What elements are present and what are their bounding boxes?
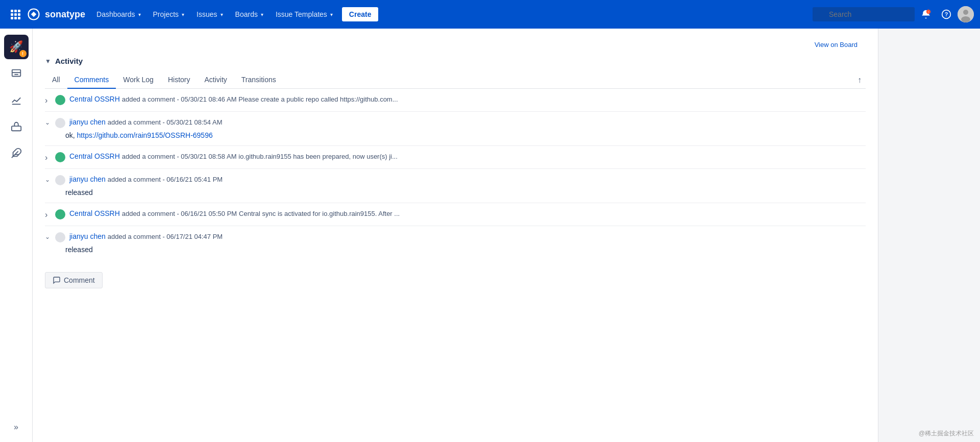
svg-rect-0 <box>11 10 13 12</box>
svg-point-15 <box>961 16 970 22</box>
comment-meta: added a comment - 06/16/21 05:50 PM <box>122 210 237 217</box>
svg-rect-4 <box>14 13 17 16</box>
comment-avatar <box>55 95 65 105</box>
comment-entry: › Central OSSRH added a comment - 05/30/… <box>45 146 866 169</box>
dashboards-dropdown-icon: ▾ <box>138 12 141 17</box>
svg-rect-2 <box>18 10 20 12</box>
layout: 🚀 ! <box>0 29 980 442</box>
comment-header: › Central OSSRH added a comment - 06/16/… <box>45 209 866 219</box>
view-on-board-link[interactable]: View on Board <box>815 41 857 48</box>
comment-preview: io.github.rain9155 has been prepared, no… <box>238 153 397 160</box>
nav-dashboards[interactable]: Dashboards ▾ <box>91 7 146 21</box>
comment-expand-btn[interactable]: ⌄ <box>45 233 51 240</box>
comment-entry: ⌄ jianyu chen added a comment - 06/17/21… <box>45 226 866 260</box>
comment-author[interactable]: jianyu chen <box>69 118 106 126</box>
projects-dropdown-icon: ▾ <box>182 12 184 17</box>
comment-body: released <box>65 188 866 197</box>
comment-expand-btn[interactable]: ⌄ <box>45 176 51 183</box>
sidebar-item-toolbox[interactable] <box>4 114 29 139</box>
activity-header: ▼ Activity <box>45 57 866 65</box>
search-input[interactable] <box>813 7 915 21</box>
comment-header: ⌄ jianyu chen added a comment - 06/17/21… <box>45 232 866 242</box>
tab-transitions[interactable]: Transitions <box>234 71 283 89</box>
issues-dropdown-icon: ▾ <box>220 12 223 17</box>
comment-expand-btn[interactable]: › <box>45 153 51 162</box>
topnav: sonatype Dashboards ▾ Projects ▾ Issues … <box>0 0 980 29</box>
comment-author[interactable]: Central OSSRH <box>69 209 120 217</box>
comment-button-label: Comment <box>64 276 95 284</box>
svg-rect-7 <box>14 17 17 19</box>
tab-activity[interactable]: Activity <box>197 71 234 89</box>
comment-avatar <box>55 232 65 242</box>
nav-projects[interactable]: Projects ▾ <box>148 7 190 21</box>
comment-meta: added a comment - 06/17/21 04:47 PM <box>108 233 223 240</box>
comment-header: ⌄ jianyu chen added a comment - 06/16/21… <box>45 175 866 185</box>
svg-rect-18 <box>11 126 20 131</box>
comment-avatar <box>55 209 65 219</box>
logo[interactable]: sonatype <box>27 7 85 21</box>
comment-author[interactable]: Central OSSRH <box>69 95 120 103</box>
comment-expand-btn[interactable]: › <box>45 96 51 105</box>
create-button[interactable]: Create <box>342 7 379 21</box>
notifications-button[interactable]: ! <box>917 5 935 23</box>
watermark: @稀土掘金技术社区 <box>919 429 974 438</box>
comment-entry: › Central OSSRH added a comment - 05/30/… <box>45 89 866 112</box>
svg-rect-6 <box>11 17 13 19</box>
comments-list: › Central OSSRH added a comment - 05/30/… <box>45 89 866 260</box>
rocket-badge: ! <box>19 50 27 57</box>
sidebar-item-inbox[interactable] <box>4 61 29 86</box>
comment-avatar <box>55 152 65 162</box>
nav-issue-templates[interactable]: Issue Templates ▾ <box>271 7 338 21</box>
tab-all[interactable]: All <box>45 71 67 89</box>
activity-toggle-icon[interactable]: ▼ <box>45 58 51 65</box>
comment-expand-btn[interactable]: › <box>45 210 51 219</box>
grid-icon[interactable] <box>6 5 24 23</box>
issue-templates-dropdown-icon: ▾ <box>330 12 333 17</box>
comment-preview: Please create a public repo called https… <box>238 95 398 103</box>
comment-body: ok, https://github.com/rain9155/OSSRH-69… <box>65 131 866 139</box>
comment-meta: added a comment - 05/30/21 08:58 AM <box>122 153 237 160</box>
sidebar-expand-button[interactable]: » <box>10 419 22 436</box>
user-avatar[interactable] <box>958 6 974 22</box>
svg-point-22 <box>56 119 64 127</box>
sidebar-item-rocket[interactable]: 🚀 ! <box>4 35 29 59</box>
comment-body: released <box>65 245 866 254</box>
boards-dropdown-icon: ▾ <box>261 12 263 17</box>
main-content: View on Board ▼ Activity All Comments Wo… <box>33 29 878 442</box>
comment-header: › Central OSSRH added a comment - 05/30/… <box>45 95 866 105</box>
sort-icon[interactable]: ↑ <box>853 73 866 87</box>
comment-author[interactable]: jianyu chen <box>69 232 106 240</box>
comment-author[interactable]: Central OSSRH <box>69 152 120 160</box>
svg-point-24 <box>56 176 64 184</box>
comment-button[interactable]: Comment <box>45 272 103 288</box>
svg-rect-8 <box>18 17 20 19</box>
svg-point-21 <box>56 96 64 104</box>
nav-issues[interactable]: Issues ▾ <box>191 7 228 21</box>
comment-entry: ⌄ jianyu chen added a comment - 06/16/21… <box>45 169 866 203</box>
search-wrapper: 🔍 <box>813 7 915 21</box>
svg-point-14 <box>963 10 968 15</box>
comment-expand-btn[interactable]: ⌄ <box>45 119 51 126</box>
activity-tabs: All Comments Work Log History Activity T… <box>45 71 866 89</box>
comment-entry: › Central OSSRH added a comment - 06/16/… <box>45 203 866 226</box>
comment-entry: ⌄ jianyu chen added a comment - 05/30/21… <box>45 112 866 146</box>
right-panel <box>878 29 980 442</box>
comment-header: ⌄ jianyu chen added a comment - 05/30/21… <box>45 118 866 128</box>
tab-comments[interactable]: Comments <box>67 71 116 89</box>
svg-rect-16 <box>12 70 20 77</box>
comment-link[interactable]: https://github.com/rain9155/OSSRH-69596 <box>77 131 213 139</box>
comment-avatar <box>55 118 65 128</box>
sidebar-item-puzzle[interactable] <box>4 141 29 165</box>
tab-history[interactable]: History <box>161 71 198 89</box>
tab-worklog[interactable]: Work Log <box>116 71 161 89</box>
sidebar: 🚀 ! <box>0 29 33 442</box>
comment-meta: added a comment - 05/30/21 08:54 AM <box>108 118 223 126</box>
comment-author[interactable]: jianyu chen <box>69 175 106 183</box>
svg-text:?: ? <box>945 11 948 17</box>
sidebar-item-chart[interactable] <box>4 88 29 112</box>
comment-btn-area: Comment <box>45 272 866 301</box>
comment-meta: added a comment - 05/30/21 08:46 AM <box>122 95 237 103</box>
svg-rect-1 <box>14 10 17 12</box>
help-button[interactable]: ? <box>937 5 955 23</box>
nav-boards[interactable]: Boards ▾ <box>230 7 268 21</box>
